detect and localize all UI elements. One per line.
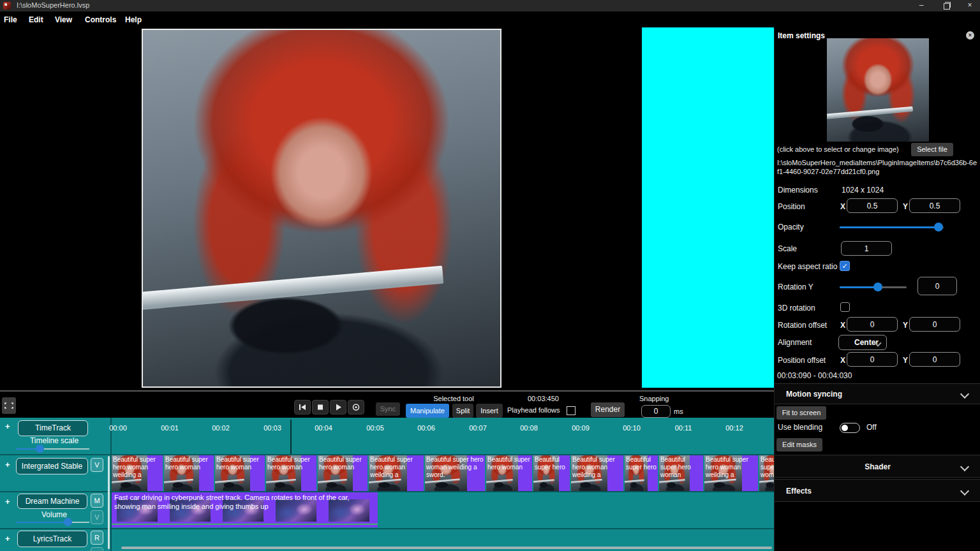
insert-tool-button[interactable]: Insert — [476, 404, 503, 418]
ruler-tick: 00:08 — [520, 424, 538, 432]
video-clip[interactable]: Beautiful super hero woman weilding a — [112, 455, 163, 491]
video-clip[interactable]: Beautiful super hero woman — [215, 455, 265, 491]
select-file-button[interactable]: Select file — [911, 143, 953, 156]
video-clip[interactable]: Beautiful super hero woman weilding a — [369, 455, 424, 491]
split-tool-button[interactable]: Split — [452, 404, 473, 418]
menu-view[interactable]: View — [55, 15, 72, 24]
volume-automation-line[interactable] — [112, 524, 378, 525]
video-clip[interactable]: Beautiful super hero — [625, 455, 658, 491]
rotation-offset-x-input[interactable] — [847, 317, 898, 332]
menu-bar: File Edit View Controls Help — [0, 11, 980, 29]
shader-section[interactable]: Shader — [775, 455, 980, 478]
position-y-input[interactable] — [909, 198, 960, 213]
ruler-tick: 00:05 — [366, 424, 384, 432]
rotation-offset-label: Rotation offset — [778, 321, 827, 330]
dream-machine-clip[interactable]: Fast car driving in cyberpunk street tra… — [112, 492, 378, 527]
ruler-tick: 00:02 — [212, 424, 230, 432]
playhead-marker[interactable] — [290, 420, 292, 454]
video-clip[interactable]: Beautiful super hero woman — [318, 455, 368, 491]
snapping-label: Snapping — [639, 395, 669, 402]
scale-label: Scale — [778, 244, 797, 253]
keep-aspect-checkbox[interactable]: ✓ — [840, 261, 850, 271]
video-clip[interactable]: Beautiful super hero woman — [659, 455, 703, 491]
alignment-dropdown[interactable]: Center — [838, 335, 887, 350]
video-clip[interactable]: Beautiful super hero woman weilding a — [571, 455, 623, 491]
render-button[interactable]: Render — [591, 402, 625, 417]
effects-section[interactable]: Effects — [775, 479, 980, 502]
skip-to-start-icon — [295, 400, 310, 414]
skip-to-start-button[interactable] — [294, 400, 311, 415]
selected-tool-label: Selected tool — [422, 395, 486, 402]
timeline: + TimeTrack Timeline scale 00:00 00:01 0… — [0, 418, 774, 551]
rotation-offset-y-input[interactable] — [909, 317, 960, 332]
position-offset-x-input[interactable] — [847, 352, 898, 367]
preview-image[interactable] — [142, 29, 501, 388]
video-clip[interactable]: Beautiful super hero — [533, 455, 570, 491]
opacity-slider-handle[interactable] — [934, 223, 943, 231]
sync-button[interactable]: Sync — [376, 402, 400, 416]
track-record-button[interactable]: R — [91, 531, 103, 545]
effects-label: Effects — [786, 487, 812, 496]
chevron-down-icon — [960, 390, 969, 399]
play-button[interactable] — [330, 400, 346, 415]
panel-title: Item settings — [778, 31, 825, 40]
menu-help[interactable]: Help — [125, 15, 142, 24]
restore-icon[interactable] — [944, 3, 950, 10]
ruler-tick: 00:01 — [161, 424, 179, 432]
menu-file[interactable]: File — [4, 15, 17, 24]
track-name-timetrack[interactable]: TimeTrack — [18, 420, 88, 436]
rotation-offset-x-label: X — [840, 321, 845, 330]
panel-close-icon[interactable]: × — [966, 31, 974, 40]
menu-controls[interactable]: Controls — [85, 15, 116, 24]
scale-input[interactable] — [841, 241, 892, 256]
opacity-slider[interactable] — [840, 226, 944, 228]
video-clip[interactable]: Beautiful super hero woman — [266, 455, 316, 491]
use-blending-toggle[interactable] — [840, 423, 860, 433]
snapping-unit: ms — [674, 408, 683, 415]
horizontal-scrollbar[interactable] — [121, 547, 772, 549]
item-thumbnail[interactable] — [827, 38, 929, 142]
ruler-tick: 00:12 — [725, 424, 743, 432]
rotation-3d-checkbox[interactable] — [840, 302, 850, 312]
timeline-scale-handle[interactable] — [36, 444, 44, 453]
video-clip[interactable]: Beautiful super hero woman — [486, 455, 532, 491]
timeline-scale-slider[interactable] — [16, 448, 89, 450]
playhead-follows-checkbox[interactable] — [567, 406, 575, 415]
rotation-y-label: Rotation Y — [778, 283, 813, 291]
expand-timeline-button[interactable] — [2, 397, 16, 414]
playhead-timecode: 00:03:450 — [528, 395, 559, 402]
add-track-button[interactable]: + — [5, 534, 10, 543]
selection-highlight-rect[interactable] — [642, 27, 774, 388]
rotation-3d-label: 3D rotation — [778, 304, 815, 312]
minimize-button[interactable]: – — [912, 0, 930, 11]
dimensions-value: 1024 x 1024 — [842, 186, 884, 195]
snapping-input[interactable] — [641, 405, 671, 418]
fit-to-screen-button[interactable]: Fit to screen — [776, 406, 826, 420]
record-button[interactable] — [348, 400, 364, 415]
motion-syncing-section[interactable]: Motion syncing — [775, 383, 980, 404]
rotation-y-slider[interactable] — [840, 286, 907, 288]
menu-edit[interactable]: Edit — [29, 15, 43, 24]
video-clip[interactable]: Beautiful super hero woman — [759, 455, 774, 491]
record-icon — [348, 400, 364, 414]
position-offset-label: Position offset — [778, 356, 826, 365]
rotation-y-input[interactable] — [917, 277, 957, 295]
position-offset-x-label: X — [840, 356, 845, 365]
position-offset-y-input[interactable] — [909, 352, 960, 367]
chevron-down-icon — [960, 487, 969, 496]
video-clip[interactable]: Beautiful super hero woman — [164, 455, 214, 491]
stop-button[interactable] — [312, 400, 329, 415]
video-clip[interactable]: Beautiful super hero woman weilding a sw… — [425, 455, 485, 491]
manipulate-tool-button[interactable]: Manipulate — [406, 404, 449, 418]
position-x-input[interactable] — [847, 198, 898, 213]
position-offset-y-label: Y — [903, 356, 908, 365]
video-clip[interactable]: Beautiful super hero woman weilding a — [704, 455, 758, 491]
file-path: I:\sloMoSuperHero_mediaItems\PluginImage… — [777, 158, 977, 176]
track-visibility-button[interactable]: V — [91, 547, 103, 551]
edit-masks-button[interactable]: Edit masks — [776, 438, 822, 452]
close-button[interactable]: × — [961, 0, 979, 11]
rotation-y-slider-handle[interactable] — [873, 283, 882, 291]
add-track-button[interactable]: + — [5, 422, 10, 431]
ruler-tick: 00:09 — [572, 424, 590, 432]
track-name-lyricstrack[interactable]: LyricsTrack — [17, 531, 87, 547]
